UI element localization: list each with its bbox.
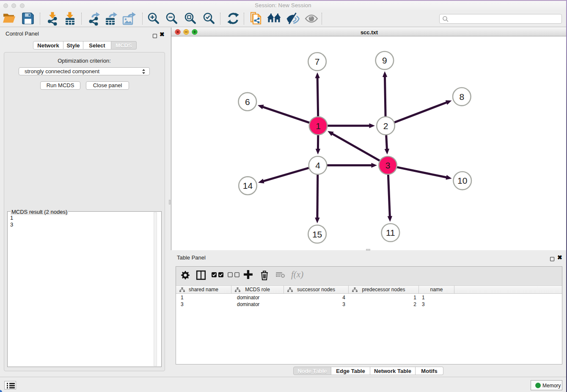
svg-text:8: 8	[459, 92, 464, 102]
svg-text:1: 1	[316, 121, 321, 131]
svg-text:9: 9	[382, 55, 387, 65]
svg-text:15: 15	[312, 229, 322, 239]
svg-text:3: 3	[385, 160, 391, 170]
svg-text:10: 10	[457, 176, 467, 185]
svg-text:7: 7	[315, 57, 320, 66]
svg-text:14: 14	[243, 181, 253, 190]
svg-text:4: 4	[315, 160, 320, 170]
svg-text:f(x): f(x)	[291, 269, 303, 279]
svg-text:2: 2	[383, 121, 388, 131]
svg-text:11: 11	[386, 228, 395, 237]
svg-text:6: 6	[245, 97, 250, 107]
